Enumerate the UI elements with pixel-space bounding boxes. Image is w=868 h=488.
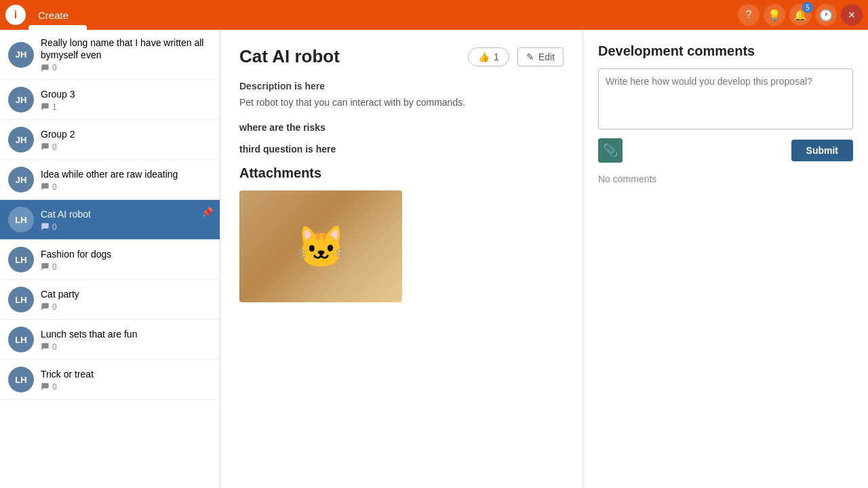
description-label: Description is here (239, 81, 564, 92)
like-button[interactable]: 👍 1 (468, 47, 509, 66)
item-comment-count: 0 (52, 63, 57, 73)
nav-icon-group: ? 💡 🔔 5 🕐 × (738, 4, 863, 26)
item-meta: 1 (41, 102, 212, 112)
edit-button[interactable]: ✎ Edit (517, 47, 564, 66)
item-comment-count: 1 (52, 102, 57, 112)
avatar: JH (8, 42, 34, 68)
list-item[interactable]: LHTrick or treat0 (0, 360, 220, 400)
notification-badge: 5 (802, 2, 813, 13)
item-title: Fashion for dogs (41, 248, 212, 260)
thumbs-up-icon: 👍 (478, 52, 490, 62)
like-count: 1 (494, 52, 499, 62)
notifications-icon[interactable]: 🔔 5 (789, 4, 811, 26)
comment-textarea[interactable] (598, 68, 853, 129)
item-meta: 0 (41, 142, 212, 152)
item-comment-count: 0 (52, 142, 57, 152)
item-title: Lunch sets that are fun (41, 328, 212, 340)
item-content: Idea while other are raw ideating0 (41, 168, 212, 192)
item-meta: 0 (41, 302, 212, 312)
item-title: Cat AI robot (41, 208, 212, 220)
history-icon[interactable]: 🕐 (815, 4, 837, 26)
avatar: LH (8, 287, 34, 312)
top-navigation: i CollectSelectCreateDevelopGroup ? 💡 🔔 … (0, 0, 868, 30)
list-item[interactable]: JHReally long name that I have written a… (0, 30, 220, 80)
avatar: JH (8, 127, 34, 152)
page-title: Cat AI robot (239, 46, 468, 67)
avatar: LH (8, 367, 34, 392)
avatar: JH (8, 167, 34, 192)
item-meta: 0 (41, 342, 212, 352)
sidebar-scroll[interactable]: JHReally long name that I have written a… (0, 30, 220, 488)
item-title: Group 3 (41, 88, 212, 100)
item-comment-count: 0 (52, 182, 57, 192)
item-content: Fashion for dogs0 (41, 248, 212, 272)
item-content: Cat AI robot0 (41, 208, 212, 232)
nav-item-select[interactable]: Select (28, 0, 87, 5)
submit-button[interactable]: Submit (791, 140, 853, 161)
list-item[interactable]: JHGroup 31 (0, 80, 220, 120)
item-comment-count: 0 (52, 222, 57, 232)
avatar: JH (8, 87, 34, 113)
attachments-title: Attachments (239, 165, 564, 181)
edit-icon: ✎ (526, 52, 534, 62)
list-item[interactable]: LHCat AI robot0📌 (0, 200, 220, 240)
main-layout: JHReally long name that I have written a… (0, 30, 868, 488)
list-item[interactable]: LHCat party0 (0, 280, 220, 320)
avatar: LH (8, 247, 34, 272)
sidebar: JHReally long name that I have written a… (0, 30, 220, 488)
question-2: third question is here (239, 144, 564, 155)
item-title: Trick or treat (41, 368, 212, 380)
item-title: Cat party (41, 288, 212, 300)
edit-label: Edit (538, 52, 555, 62)
list-item[interactable]: LHLunch sets that are fun0 (0, 320, 220, 360)
item-title: Group 2 (41, 128, 212, 140)
list-item[interactable]: JHGroup 20 (0, 120, 220, 160)
item-meta: 0 (41, 382, 212, 392)
no-comments-text: No comments (598, 174, 853, 184)
list-item[interactable]: JHIdea while other are raw ideating0 (0, 160, 220, 200)
paperclip-icon: 📎 (603, 143, 618, 158)
item-comment-count: 0 (52, 262, 57, 272)
help-icon[interactable]: ? (738, 4, 760, 26)
item-meta: 0 (41, 63, 212, 73)
lightbulb-icon[interactable]: 💡 (764, 4, 785, 26)
item-comment-count: 0 (52, 342, 57, 352)
avatar: LH (8, 327, 34, 352)
content-area: Cat AI robot 👍 1 ✎ Edit Description is h… (220, 30, 583, 488)
item-content: Trick or treat0 (41, 368, 212, 392)
content-header: Cat AI robot 👍 1 ✎ Edit (239, 46, 564, 67)
attach-button[interactable]: 📎 (598, 138, 623, 163)
item-content: Really long name that I have written all… (41, 37, 212, 73)
list-item[interactable]: LHFashion for dogs0 (0, 240, 220, 280)
item-meta: 0 (41, 222, 212, 232)
comment-actions: 📎 Submit (598, 138, 853, 163)
item-title: Idea while other are raw ideating (41, 168, 212, 180)
dev-comments-title: Development comments (598, 43, 853, 59)
description-text: Pet robot toy that you can interact with… (239, 96, 564, 110)
close-button[interactable]: × (841, 4, 863, 26)
item-meta: 0 (41, 182, 212, 192)
item-content: Cat party0 (41, 288, 212, 312)
nav-item-create[interactable]: Create (28, 5, 87, 25)
item-content: Lunch sets that are fun0 (41, 328, 212, 352)
question-1: where are the risks (239, 122, 564, 133)
item-comment-count: 0 (52, 382, 57, 392)
pin-icon: 📌 (201, 207, 213, 218)
item-title: Really long name that I have written all… (41, 37, 212, 61)
right-panel: Development comments 📎 Submit No comment… (583, 30, 868, 488)
attachment-image (239, 190, 402, 302)
info-icon[interactable]: i (5, 5, 26, 25)
item-meta: 0 (41, 262, 212, 272)
item-content: Group 20 (41, 128, 212, 152)
avatar: LH (8, 207, 34, 232)
item-comment-count: 0 (52, 302, 57, 312)
item-content: Group 31 (41, 88, 212, 112)
